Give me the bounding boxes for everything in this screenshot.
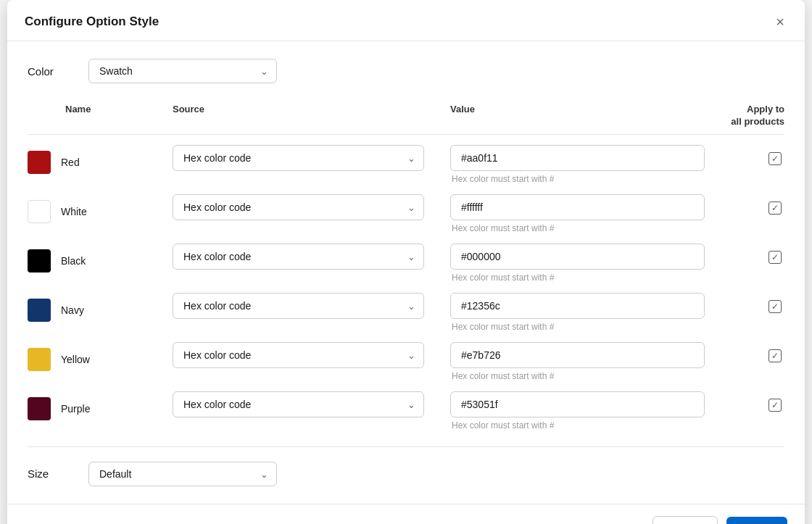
value-input-0[interactable] xyxy=(450,145,705,171)
apply-cell xyxy=(705,145,784,165)
color-swatch xyxy=(28,348,51,371)
source-cell: Hex color code Custom image ⌄ xyxy=(173,244,439,270)
value-cell: Hex color must start with # xyxy=(439,391,705,431)
size-label: Size xyxy=(28,467,71,480)
color-swatch xyxy=(28,200,51,223)
color-label: Color xyxy=(28,65,71,78)
apply-checkbox-3[interactable] xyxy=(768,300,782,313)
color-dropdown[interactable]: Swatch Button Radio xyxy=(88,59,277,83)
col-header-value: Value xyxy=(439,104,705,128)
save-button[interactable]: Save xyxy=(726,517,787,524)
table-header: Name Source Value Apply toall products xyxy=(28,104,784,135)
source-select-wrapper: Hex color code Custom image ⌄ xyxy=(173,391,424,417)
color-name-text: Black xyxy=(61,255,86,267)
source-cell: Hex color code Custom image ⌄ xyxy=(173,293,439,319)
apply-cell xyxy=(705,194,784,215)
col-header-apply: Apply toall products xyxy=(705,104,784,128)
section-divider xyxy=(28,446,784,447)
hint-text-0: Hex color must start with # xyxy=(450,174,705,184)
apply-checkbox-5[interactable] xyxy=(768,399,782,412)
hint-text-4: Hex color must start with # xyxy=(450,371,705,381)
apply-cell xyxy=(705,342,784,362)
source-select-2[interactable]: Hex color code Custom image xyxy=(173,244,424,270)
apply-checkbox-4[interactable] xyxy=(768,349,782,362)
apply-cell xyxy=(705,391,784,412)
value-input-5[interactable] xyxy=(450,391,705,417)
source-cell: Hex color code Custom image ⌄ xyxy=(173,145,439,171)
color-name-cell: Black xyxy=(28,244,173,273)
hint-text-2: Hex color must start with # xyxy=(450,273,705,283)
size-dropdown[interactable]: Default Small Large xyxy=(88,462,277,486)
color-name-cell: White xyxy=(28,194,173,223)
value-cell: Hex color must start with # xyxy=(439,145,705,184)
color-swatch xyxy=(28,151,51,174)
apply-checkbox-0[interactable] xyxy=(768,152,782,165)
color-name-cell: Red xyxy=(28,145,173,174)
hint-text-3: Hex color must start with # xyxy=(450,322,705,332)
value-input-2[interactable] xyxy=(450,244,705,270)
col-header-name: Name xyxy=(28,104,173,128)
color-name-cell: Navy xyxy=(28,293,173,322)
apply-cell xyxy=(705,244,784,264)
source-select-1[interactable]: Hex color code Custom image xyxy=(173,194,424,220)
source-select-3[interactable]: Hex color code Custom image xyxy=(173,293,424,319)
table-row: White Hex color code Custom image ⌄ Hex … xyxy=(28,187,784,236)
color-swatch xyxy=(28,299,51,322)
value-input-3[interactable] xyxy=(450,293,705,319)
table-row: Red Hex color code Custom image ⌄ Hex co… xyxy=(28,138,784,187)
value-cell: Hex color must start with # xyxy=(439,293,705,332)
table-row: Black Hex color code Custom image ⌄ Hex … xyxy=(28,236,784,286)
apply-cell xyxy=(705,293,784,313)
source-select-4[interactable]: Hex color code Custom image xyxy=(173,342,424,368)
dialog-body: Color Swatch Button Radio ⌄ Name Source … xyxy=(7,41,805,504)
source-select-wrapper: Hex color code Custom image ⌄ xyxy=(173,342,424,368)
source-select-5[interactable]: Hex color code Custom image xyxy=(173,391,424,417)
table-row: Purple Hex color code Custom image ⌄ Hex… xyxy=(28,384,784,433)
source-select-wrapper: Hex color code Custom image ⌄ xyxy=(173,244,424,270)
configure-option-style-dialog: Configure Option Style × Color Swatch Bu… xyxy=(7,0,805,524)
color-name-text: Yellow xyxy=(61,354,90,365)
color-name-text: Purple xyxy=(61,403,90,415)
source-select-wrapper: Hex color code Custom image ⌄ xyxy=(173,293,424,319)
dialog-footer: Cancel Save xyxy=(7,504,805,524)
source-cell: Hex color code Custom image ⌄ xyxy=(173,342,439,368)
color-name-text: Red xyxy=(61,157,80,168)
value-cell: Hex color must start with # xyxy=(439,194,705,233)
value-input-1[interactable] xyxy=(450,194,705,220)
color-rows-container: Red Hex color code Custom image ⌄ Hex co… xyxy=(28,138,784,433)
dialog-title: Configure Option Style xyxy=(25,14,159,29)
color-name-text: Navy xyxy=(61,304,84,316)
close-button[interactable]: × xyxy=(773,13,787,30)
value-input-4[interactable] xyxy=(450,342,705,368)
color-dropdown-wrapper: Swatch Button Radio ⌄ xyxy=(88,59,277,83)
value-cell: Hex color must start with # xyxy=(439,244,705,283)
source-select-wrapper: Hex color code Custom image ⌄ xyxy=(173,145,424,171)
size-dropdown-wrapper: Default Small Large ⌄ xyxy=(88,462,277,486)
size-section: Size Default Small Large ⌄ xyxy=(28,462,784,486)
cancel-button[interactable]: Cancel xyxy=(652,516,718,524)
table-row: Navy Hex color code Custom image ⌄ Hex c… xyxy=(28,286,784,335)
hint-text-5: Hex color must start with # xyxy=(450,420,705,431)
value-cell: Hex color must start with # xyxy=(439,342,705,381)
source-select-wrapper: Hex color code Custom image ⌄ xyxy=(173,194,424,220)
color-swatch xyxy=(28,249,51,273)
source-cell: Hex color code Custom image ⌄ xyxy=(173,194,439,220)
col-header-source: Source xyxy=(173,104,439,128)
dialog-header: Configure Option Style × xyxy=(7,0,805,41)
apply-checkbox-1[interactable] xyxy=(768,201,782,215)
color-name-text: White xyxy=(61,206,87,217)
color-swatch xyxy=(28,397,51,420)
hint-text-1: Hex color must start with # xyxy=(450,223,705,233)
color-section: Color Swatch Button Radio ⌄ xyxy=(28,59,784,83)
apply-checkbox-2[interactable] xyxy=(768,251,782,264)
table-row: Yellow Hex color code Custom image ⌄ Hex… xyxy=(28,335,784,384)
source-select-0[interactable]: Hex color code Custom image xyxy=(173,145,424,171)
source-cell: Hex color code Custom image ⌄ xyxy=(173,391,439,417)
color-name-cell: Purple xyxy=(28,391,173,420)
color-name-cell: Yellow xyxy=(28,342,173,371)
